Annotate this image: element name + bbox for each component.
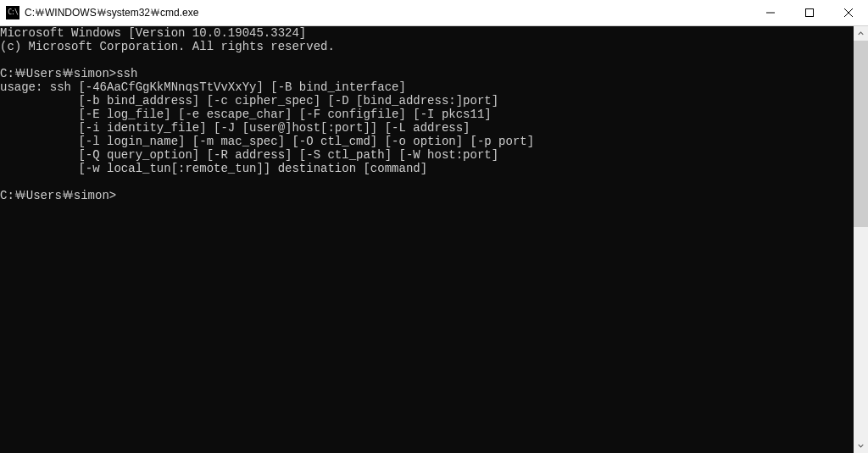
terminal-line: [-Q query_option] [-R address] [-S ctl_p… — [0, 148, 854, 162]
close-icon — [844, 8, 853, 17]
terminal-line: usage: ssh [-46AaCfGgKkMNnqsTtVvXxYy] [-… — [0, 80, 854, 94]
terminal-line: [-E log_file] [-e escape_char] [-F confi… — [0, 108, 854, 121]
minimize-icon — [766, 8, 775, 17]
window-titlebar: C:\ C:￦WINDOWS￦system32￦cmd.exe — [0, 0, 868, 26]
scrollbar-up-button[interactable] — [854, 26, 868, 41]
maximize-button[interactable] — [790, 0, 829, 25]
minimize-button[interactable] — [751, 0, 790, 25]
window-controls — [751, 0, 868, 25]
window-title: C:￦WINDOWS￦system32￦cmd.exe — [25, 6, 751, 20]
svg-rect-1 — [806, 9, 814, 17]
terminal-container: Microsoft Windows [Version 10.0.19045.33… — [0, 26, 868, 453]
terminal-line: [-i identity_file] [-J [user@]host[:port… — [0, 121, 854, 135]
scrollbar-thumb[interactable] — [854, 41, 868, 227]
chevron-up-icon — [858, 30, 864, 36]
vertical-scrollbar[interactable] — [854, 26, 868, 453]
terminal-line — [0, 175, 854, 189]
terminal-line: [-w local_tun[:remote_tun]] destination … — [0, 162, 854, 175]
terminal-line: [-b bind_address] [-c cipher_spec] [-D [… — [0, 94, 854, 108]
close-button[interactable] — [829, 0, 868, 25]
terminal-line: Microsoft Windows [Version 10.0.19045.33… — [0, 26, 854, 40]
scrollbar-down-button[interactable] — [854, 439, 868, 453]
maximize-icon — [805, 8, 814, 17]
chevron-down-icon — [858, 443, 864, 449]
cmd-icon: C:\ — [6, 6, 19, 19]
terminal-line: C:￦Users￦simon>ssh — [0, 67, 854, 80]
terminal-line: (c) Microsoft Corporation. All rights re… — [0, 40, 854, 53]
terminal-line: [-l login_name] [-m mac_spec] [-O ctl_cm… — [0, 135, 854, 148]
terminal-line — [0, 53, 854, 67]
terminal-line: C:￦Users￦simon> — [0, 189, 854, 202]
terminal-output[interactable]: Microsoft Windows [Version 10.0.19045.33… — [0, 26, 854, 453]
